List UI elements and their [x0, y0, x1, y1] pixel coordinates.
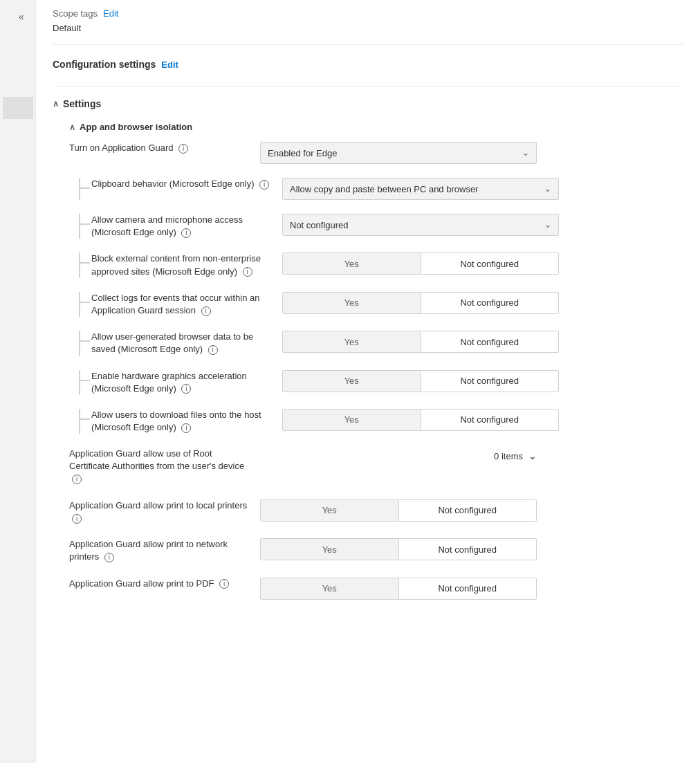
setting-label-print-local: Application Guard allow print to local p…	[69, 499, 249, 524]
app-browser-isolation-header: ∧ App and browser isolation	[69, 118, 683, 142]
setting-control-block-external: Yes Not configured	[282, 252, 683, 275]
user-browser-data-yes-btn[interactable]: Yes	[283, 331, 421, 352]
print-local-not-configured-btn[interactable]: Not configured	[399, 500, 537, 521]
clipboard-dropdown[interactable]: Allow copy and paste between PC and brow…	[282, 178, 559, 200]
setting-control-root-ca: 0 items ⌄	[260, 448, 683, 464]
setting-row-print-network: Application Guard allow print to network…	[69, 538, 683, 563]
user-browser-data-toggle-group: Yes Not configured	[282, 331, 559, 353]
setting-row-camera-mic: Allow camera and microphone access (Micr…	[91, 214, 683, 239]
setting-label-user-browser-data: Allow user-generated browser data to be …	[91, 331, 271, 356]
setting-control-camera-mic: Not configured ⌄	[282, 214, 683, 236]
main-content: Scope tags Edit Default Configuration se…	[36, 0, 700, 763]
info-icon-print-local[interactable]: i	[72, 514, 82, 524]
setting-control-print-network: Yes Not configured	[260, 538, 683, 560]
setting-label-camera-mic: Allow camera and microphone access (Micr…	[91, 214, 271, 239]
setting-control-collect-logs: Yes Not configured	[282, 292, 683, 314]
print-pdf-yes-btn[interactable]: Yes	[261, 578, 399, 599]
setting-label-turn-on-ag: Turn on Application Guard i	[69, 142, 249, 154]
collect-logs-yes-btn[interactable]: Yes	[283, 293, 421, 313]
app-browser-collapse-icon[interactable]: ∧	[69, 122, 75, 132]
setting-row-download-files: Allow users to download files onto the h…	[91, 409, 683, 434]
camera-mic-chevron-icon: ⌄	[544, 220, 551, 230]
settings-collapse-icon[interactable]: ∧	[53, 99, 59, 109]
root-ca-items-count: 0 items	[494, 451, 523, 461]
info-icon-camera-mic[interactable]: i	[181, 228, 191, 238]
print-pdf-not-configured-btn[interactable]: Not configured	[399, 578, 537, 599]
info-icon-user-browser-data[interactable]: i	[208, 345, 218, 355]
info-icon-block-external[interactable]: i	[243, 267, 252, 277]
setting-control-hardware-graphics: Yes Not configured	[282, 370, 683, 392]
app-browser-isolation-section: ∧ App and browser isolation Turn on Appl…	[69, 118, 683, 600]
config-settings-edit-link[interactable]: Edit	[161, 59, 178, 70]
block-external-toggle-group: Yes Not configured	[282, 252, 559, 275]
setting-control-download-files: Yes Not configured	[282, 409, 683, 431]
setting-row-root-ca: Application Guard allow use of Root Cert…	[69, 448, 683, 486]
root-ca-expand-icon[interactable]: ⌄	[528, 450, 537, 461]
divider-1	[53, 44, 683, 45]
scope-tags-value: Default	[53, 21, 683, 39]
download-files-not-configured-btn[interactable]: Not configured	[421, 410, 559, 430]
download-files-yes-btn[interactable]: Yes	[283, 410, 421, 430]
info-icon-collect-logs[interactable]: i	[201, 306, 211, 316]
settings-section-header: ∧ Settings	[53, 93, 683, 118]
collect-logs-not-configured-btn[interactable]: Not configured	[421, 293, 559, 313]
setting-control-turn-on-ag: Enabled for Edge ⌄	[260, 142, 683, 164]
app-browser-isolation-label: App and browser isolation	[80, 122, 192, 132]
clipboard-chevron-icon: ⌄	[544, 184, 551, 194]
setting-label-collect-logs: Collect logs for events that occur withi…	[91, 292, 271, 317]
sidebar-nav-thumb	[3, 97, 33, 119]
setting-label-root-ca: Application Guard allow use of Root Cert…	[69, 448, 249, 486]
setting-label-print-pdf: Application Guard allow print to PDF i	[69, 578, 249, 590]
info-icon-print-network[interactable]: i	[104, 553, 114, 562]
sidebar-collapse-button[interactable]: «	[12, 7, 31, 26]
turn-on-ag-chevron-icon: ⌄	[522, 148, 529, 158]
info-icon-turn-on-ag[interactable]: i	[178, 144, 188, 154]
sidebar: «	[0, 0, 36, 763]
turn-on-ag-dropdown[interactable]: Enabled for Edge ⌄	[260, 142, 537, 164]
scope-tags-row: Scope tags Edit	[53, 0, 683, 21]
scope-tags-edit-link[interactable]: Edit	[103, 8, 118, 19]
setting-control-user-browser-data: Yes Not configured	[282, 331, 683, 353]
print-network-toggle-group: Yes Not configured	[260, 538, 537, 560]
collect-logs-toggle-group: Yes Not configured	[282, 292, 559, 314]
info-icon-root-ca[interactable]: i	[72, 475, 82, 484]
setting-row-collect-logs: Collect logs for events that occur withi…	[91, 292, 683, 317]
config-settings-row: Configuration settings Edit	[53, 50, 683, 81]
print-local-toggle-group: Yes Not configured	[260, 499, 537, 522]
setting-row-user-browser-data: Allow user-generated browser data to be …	[91, 331, 683, 356]
hardware-graphics-toggle-group: Yes Not configured	[282, 370, 559, 392]
info-icon-download-files[interactable]: i	[181, 423, 191, 433]
setting-control-print-pdf: Yes Not configured	[260, 578, 683, 600]
setting-label-clipboard: Clipboard behavior (Microsoft Edge only)…	[91, 178, 271, 190]
turn-on-ag-value: Enabled for Edge	[268, 148, 337, 158]
hardware-graphics-yes-btn[interactable]: Yes	[283, 371, 421, 392]
divider-2	[53, 86, 683, 87]
setting-row-hardware-graphics: Enable hardware graphics acceleration (M…	[91, 370, 683, 395]
print-network-not-configured-btn[interactable]: Not configured	[399, 539, 537, 560]
user-browser-data-not-configured-btn[interactable]: Not configured	[421, 331, 559, 352]
config-settings-label: Configuration settings	[53, 59, 156, 70]
info-icon-hardware-graphics[interactable]: i	[181, 384, 191, 394]
info-icon-print-pdf[interactable]: i	[219, 579, 229, 589]
print-network-yes-btn[interactable]: Yes	[261, 539, 399, 560]
setting-control-print-local: Yes Not configured	[260, 499, 683, 522]
setting-label-print-network: Application Guard allow print to network…	[69, 538, 249, 563]
setting-row-clipboard: Clipboard behavior (Microsoft Edge only)…	[91, 178, 683, 200]
clipboard-value: Allow copy and paste between PC and brow…	[290, 184, 478, 194]
print-pdf-toggle-group: Yes Not configured	[260, 578, 537, 600]
chevron-left-icon: «	[19, 11, 24, 22]
setting-label-download-files: Allow users to download files onto the h…	[91, 409, 271, 434]
scope-tags-label: Scope tags	[53, 8, 98, 19]
camera-mic-dropdown[interactable]: Not configured ⌄	[282, 214, 559, 236]
print-local-yes-btn[interactable]: Yes	[261, 500, 399, 521]
setting-row-turn-on-ag: Turn on Application Guard i Enabled for …	[69, 142, 683, 164]
setting-label-block-external: Block external content from non-enterpri…	[91, 252, 271, 277]
setting-label-hardware-graphics: Enable hardware graphics acceleration (M…	[91, 370, 271, 395]
hardware-graphics-not-configured-btn[interactable]: Not configured	[421, 371, 559, 392]
info-icon-clipboard[interactable]: i	[259, 180, 269, 190]
block-external-yes-btn[interactable]: Yes	[283, 253, 421, 274]
block-external-not-configured-btn[interactable]: Not configured	[421, 253, 559, 274]
settings-section-label: Settings	[63, 98, 101, 109]
indented-settings-group: Clipboard behavior (Microsoft Edge only)…	[91, 178, 683, 434]
setting-control-clipboard: Allow copy and paste between PC and brow…	[282, 178, 683, 200]
